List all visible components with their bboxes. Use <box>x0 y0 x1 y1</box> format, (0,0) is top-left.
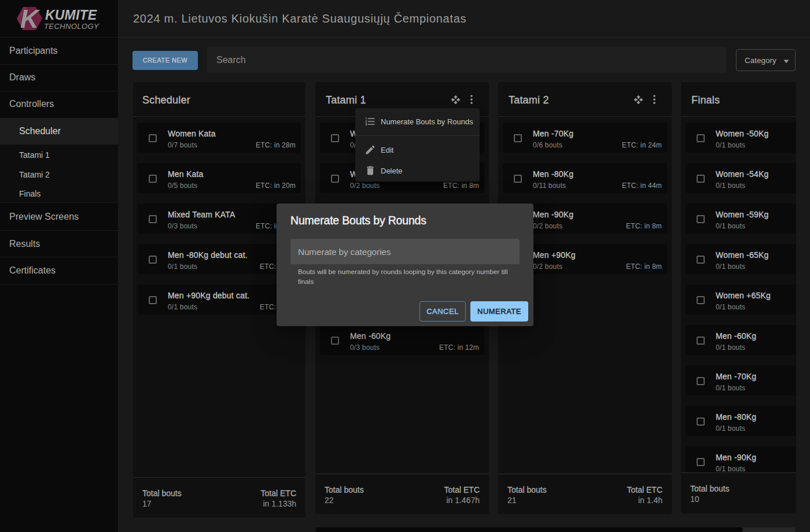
svg-text:KUMITE: KUMITE <box>45 8 97 23</box>
svg-text:K: K <box>20 5 41 33</box>
svg-text:TECHNOLOGY: TECHNOLOGY <box>44 22 100 31</box>
